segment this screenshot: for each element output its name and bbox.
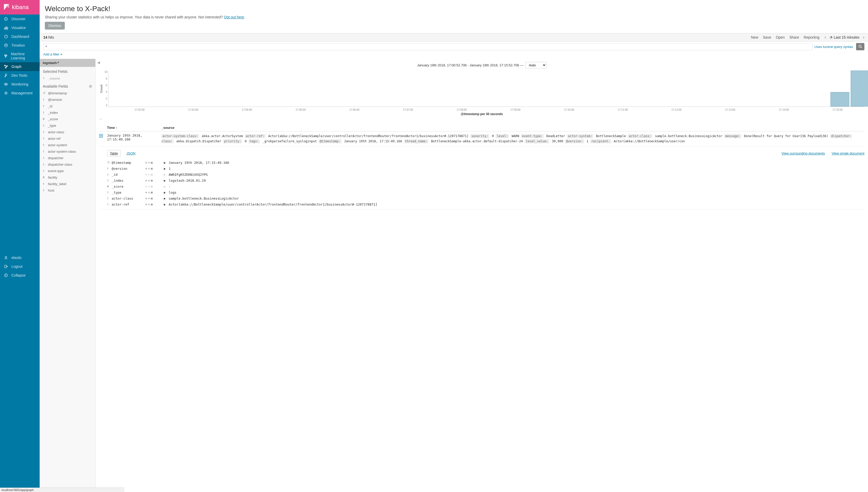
time-range-label[interactable]: Last 15 minutes	[834, 35, 860, 40]
search-button[interactable]	[856, 43, 864, 50]
field-host[interactable]: thost	[40, 187, 95, 194]
nav-item-timelion[interactable]: Timelion	[0, 41, 40, 50]
nav-label: Discover	[11, 17, 25, 21]
toolbar-reporting[interactable]: Reporting	[804, 35, 820, 40]
col-time-header[interactable]: Time▾	[107, 126, 161, 130]
nav-item-elastic[interactable]: elastic	[0, 253, 40, 262]
col-source-header: _source	[161, 126, 864, 130]
toolbar-new[interactable]: New	[751, 35, 758, 40]
field-_type[interactable]: t_type	[40, 122, 95, 129]
filter-for-icon[interactable]: ⊕	[145, 191, 147, 194]
doc-detail: Table JSON View surrounding documents Vi…	[99, 146, 864, 210]
filter-out-icon[interactable]: ⊖	[148, 203, 150, 206]
nav-item-collapse[interactable]: Collapse	[0, 271, 40, 280]
histogram-chart[interactable]: Count 1086420	[99, 71, 864, 107]
filter-out-icon[interactable]: ⊖	[148, 167, 150, 170]
field-dispatcher-class[interactable]: tdispatcher-class	[40, 161, 95, 168]
expand-doc-button[interactable]: ▾	[99, 134, 103, 138]
star-icon[interactable]: ✱	[163, 167, 169, 171]
field-event-type[interactable]: tevent-type	[40, 168, 95, 174]
field-actor-system-class[interactable]: tactor-system-class	[40, 148, 95, 155]
filter-out-icon[interactable]: ⊖	[148, 185, 150, 188]
filter-out-icon[interactable]: ⊖	[148, 191, 150, 194]
star-icon[interactable]: ✱	[163, 173, 169, 176]
toolbar-save[interactable]: Save	[763, 35, 771, 40]
interval-select[interactable]: Auto	[526, 62, 546, 69]
add-filter-link[interactable]: Add a filter +	[43, 52, 62, 56]
nav-item-visualize[interactable]: Visualize	[0, 23, 40, 32]
filter-for-icon[interactable]: ⊕	[145, 185, 147, 188]
toolbar-share[interactable]: Share	[789, 35, 799, 40]
view-single-link[interactable]: View single document	[832, 151, 864, 155]
toggle-column-icon[interactable]: ▦	[151, 173, 153, 176]
toggle-column-icon[interactable]: ▦	[151, 167, 153, 170]
filter-for-icon[interactable]: ⊕	[145, 179, 147, 182]
toggle-column-icon[interactable]: ▦	[151, 179, 153, 182]
filter-for-icon[interactable]: ⊕	[145, 197, 147, 200]
field-facility_label[interactable]: tfacility_label	[40, 181, 95, 187]
filter-for-icon[interactable]: ⊕	[145, 173, 147, 176]
expand-chart-icon[interactable]: ⌃	[99, 118, 102, 122]
nav-item-graph[interactable]: Graph	[0, 62, 40, 71]
field-_source[interactable]: ?_source	[40, 75, 95, 82]
filter-out-icon[interactable]: ⊖	[148, 173, 150, 176]
field-facility[interactable]: #facility	[40, 174, 95, 181]
star-icon[interactable]: ✱	[163, 179, 169, 182]
star-icon[interactable]: ✱	[163, 184, 169, 189]
field-actor-class[interactable]: tactor-class	[40, 129, 95, 135]
time-prev-icon[interactable]: ‹	[825, 35, 826, 40]
star-icon[interactable]: ✱	[163, 161, 169, 165]
field-actor-ref[interactable]: tactor-ref	[40, 135, 95, 142]
filter-for-icon[interactable]: ⊕	[145, 161, 147, 164]
toggle-column-icon[interactable]: ▦	[151, 197, 153, 200]
lucene-syntax-link[interactable]: Uses lucene query syntax	[814, 45, 853, 49]
available-fields-title: Available Fields ⚙	[40, 82, 95, 90]
field-dispatcher[interactable]: tdispatcher	[40, 155, 95, 161]
field-_score[interactable]: #_score	[40, 116, 95, 122]
field-@version[interactable]: t@version	[40, 96, 95, 103]
opt-out-link[interactable]: Opt out here	[224, 15, 244, 19]
nav-item-management[interactable]: Management	[0, 89, 40, 97]
toggle-column-icon[interactable]: ▦	[151, 185, 153, 188]
detail-row-_score: #_score⊕⊖▦✱-	[107, 183, 864, 190]
dismiss-button[interactable]: Dismiss	[45, 22, 65, 29]
time-next-icon[interactable]: ›	[863, 35, 864, 40]
filter-for-icon[interactable]: ⊕	[145, 167, 147, 170]
filter-out-icon[interactable]: ⊖	[148, 161, 150, 164]
star-icon[interactable]: ✱	[163, 196, 169, 200]
toggle-column-icon[interactable]: ▦	[151, 161, 153, 164]
field-actor-system[interactable]: tactor-system	[40, 142, 95, 148]
filter-out-icon[interactable]: ⊖	[148, 197, 150, 200]
nav-item-logout[interactable]: Logout	[0, 262, 40, 271]
toggle-column-icon[interactable]: ▦	[151, 191, 153, 194]
filter-for-icon[interactable]: ⊕	[145, 203, 147, 206]
chart-bar[interactable]	[851, 71, 868, 106]
nav-item-monitoring[interactable]: Monitoring	[0, 80, 40, 89]
index-pattern-selector[interactable]: logstash-*	[40, 59, 95, 67]
collapse-fields-icon[interactable]: ◀	[97, 60, 100, 65]
logo-bar[interactable]: kibana	[0, 0, 40, 15]
nav-item-dashboard[interactable]: Dashboard	[0, 32, 40, 41]
star-icon[interactable]: ✱	[163, 202, 169, 206]
view-surrounding-link[interactable]: View surrounding documents	[782, 151, 825, 155]
tab-table[interactable]: Table	[107, 150, 121, 156]
svg-line-6	[6, 36, 7, 36]
svg-point-7	[4, 44, 7, 47]
field-_index[interactable]: t_index	[40, 109, 95, 116]
chart-bar[interactable]	[831, 92, 849, 106]
tab-json[interactable]: JSON	[124, 150, 138, 156]
nav-item-discover[interactable]: Discover	[0, 15, 40, 23]
field-@timestamp[interactable]: ⏱@timestamp	[40, 90, 95, 96]
filter-out-icon[interactable]: ⊖	[148, 179, 150, 182]
nav-item-dev-tools[interactable]: Dev Tools	[0, 71, 40, 80]
clock-icon[interactable]: ◔	[829, 35, 832, 39]
star-icon[interactable]: ✱	[163, 191, 169, 194]
gear-icon[interactable]: ⚙	[89, 84, 92, 89]
query-input[interactable]	[43, 43, 813, 50]
field-_id[interactable]: t_id	[40, 103, 95, 109]
toggle-column-icon[interactable]: ▦	[151, 203, 153, 206]
toolbar-open[interactable]: Open	[776, 35, 785, 40]
nav-item-machine-learning[interactable]: Machine Learning	[0, 50, 40, 62]
detail-field-name: actor-class	[112, 196, 145, 200]
field-name-label: facility	[48, 175, 57, 179]
